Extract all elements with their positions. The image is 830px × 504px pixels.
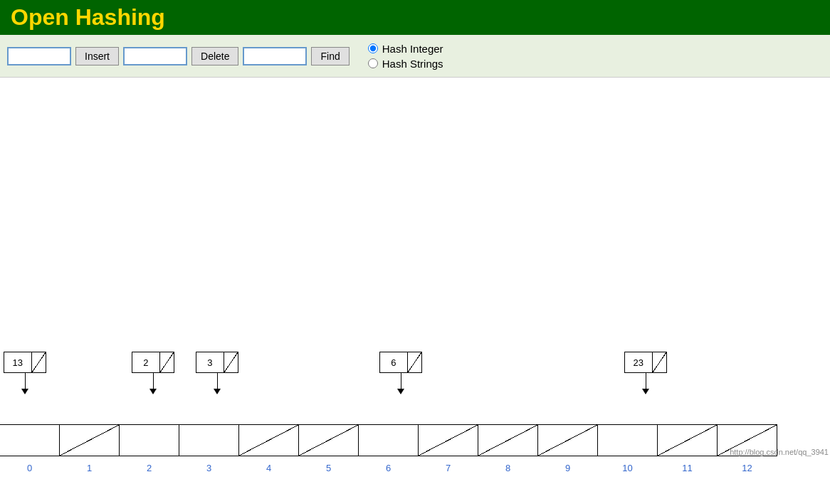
table-cell-10 (597, 424, 658, 456)
index-11: 11 (657, 463, 718, 473)
node-0: 13 (4, 352, 46, 394)
index-10: 10 (597, 463, 658, 473)
header: Open Hashing (0, 0, 830, 35)
hash-strings-label: Hash Strings (382, 58, 443, 70)
find-input[interactable] (243, 47, 307, 65)
node-6-value: 6 (380, 352, 408, 372)
index-2: 2 (119, 463, 179, 473)
arrow-10 (624, 373, 667, 394)
insert-button[interactable]: Insert (75, 47, 119, 65)
node-3: 3 (196, 352, 238, 394)
index-12: 12 (717, 463, 777, 473)
node-6: 6 (379, 352, 422, 394)
toolbar: Insert Delete Find Hash Integer Hash Str… (0, 35, 830, 78)
hash-strings-radio[interactable] (368, 58, 378, 68)
find-button[interactable]: Find (311, 47, 349, 65)
index-6: 6 (358, 463, 419, 473)
table-cell-1 (59, 424, 120, 456)
arrow-6 (379, 373, 422, 394)
delete-button[interactable]: Delete (191, 47, 238, 65)
node-0-value: 13 (4, 352, 32, 372)
arrow-3 (196, 373, 238, 394)
hash-integer-option[interactable]: Hash Integer (368, 43, 443, 55)
arrow-0 (4, 373, 46, 394)
hash-strings-option[interactable]: Hash Strings (368, 58, 443, 70)
hash-integer-label: Hash Integer (382, 43, 443, 55)
table-cell-5 (298, 424, 359, 456)
table-cell-4 (238, 424, 299, 456)
hash-integer-radio[interactable] (368, 43, 378, 53)
table-cell-3 (179, 424, 239, 456)
table-cell-8 (478, 424, 538, 456)
index-0: 0 (0, 463, 60, 473)
table-cell-6 (358, 424, 419, 456)
node-10-value: 23 (625, 352, 653, 372)
table-cell-11 (657, 424, 718, 456)
index-7: 7 (418, 463, 478, 473)
table-row (0, 424, 777, 456)
watermark: http://blog.csdn.net/qq_3941 (730, 448, 829, 456)
index-8: 8 (478, 463, 538, 473)
delete-input[interactable] (123, 47, 187, 65)
page-title: Open Hashing (11, 4, 165, 31)
index-9: 9 (537, 463, 598, 473)
node-3-value: 3 (196, 352, 224, 372)
index-1: 1 (59, 463, 120, 473)
table-cell-2 (119, 424, 179, 456)
main-area: 13 2 3 (0, 78, 830, 476)
index-3: 3 (179, 463, 239, 473)
index-5: 5 (298, 463, 359, 473)
hash-type-group: Hash Integer Hash Strings (368, 43, 443, 70)
arrow-2 (132, 373, 174, 394)
node-2-value: 2 (132, 352, 160, 372)
node-2: 2 (132, 352, 174, 394)
table-cell-0 (0, 424, 60, 456)
table-cell-9 (537, 424, 598, 456)
index-row: 0 1 2 3 4 5 6 7 8 9 10 11 12 (0, 463, 777, 473)
node-10: 23 (624, 352, 667, 394)
index-4: 4 (238, 463, 299, 473)
table-cell-7 (418, 424, 478, 456)
insert-input[interactable] (7, 47, 71, 65)
